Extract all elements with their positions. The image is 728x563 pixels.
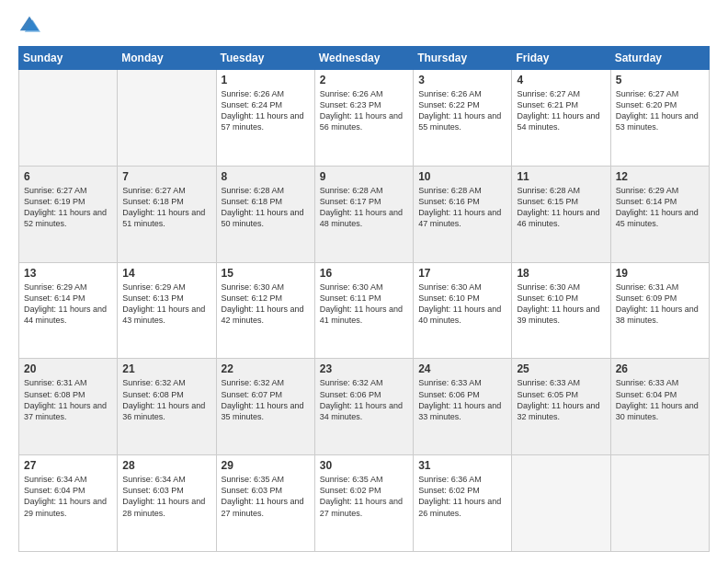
day-number: 13 — [24, 267, 112, 280]
cell-info: Sunrise: 6:29 AMSunset: 6:14 PMDaylight:… — [24, 282, 112, 327]
day-number: 7 — [122, 170, 210, 183]
day-cell-3: 3Sunrise: 6:26 AMSunset: 6:22 PMDaylight… — [414, 70, 512, 167]
cell-info: Sunrise: 6:28 AMSunset: 6:17 PMDaylight:… — [320, 185, 408, 230]
day-cell-6: 6Sunrise: 6:27 AMSunset: 6:19 PMDaylight… — [19, 166, 118, 262]
empty-cell — [512, 455, 610, 552]
calendar: SundayMondayTuesdayWednesdayThursdayFrid… — [18, 46, 710, 552]
cell-info: Sunrise: 6:30 AMSunset: 6:11 PMDaylight:… — [320, 282, 408, 327]
cell-info: Sunrise: 6:29 AMSunset: 6:13 PMDaylight:… — [122, 282, 210, 327]
day-number: 31 — [418, 459, 506, 472]
day-number: 6 — [24, 170, 112, 183]
cell-info: Sunrise: 6:34 AMSunset: 6:03 PMDaylight:… — [122, 474, 210, 519]
weekday-header-saturday: Saturday — [610, 47, 709, 70]
cell-info: Sunrise: 6:32 AMSunset: 6:08 PMDaylight:… — [122, 377, 210, 422]
day-number: 4 — [517, 74, 605, 86]
day-cell-25: 25Sunrise: 6:33 AMSunset: 6:05 PMDayligh… — [512, 359, 610, 455]
cell-info: Sunrise: 6:28 AMSunset: 6:18 PMDaylight:… — [222, 185, 310, 230]
logo — [18, 15, 44, 37]
day-number: 26 — [616, 362, 704, 375]
day-number: 29 — [222, 459, 310, 472]
day-number: 24 — [418, 362, 506, 375]
weekday-header-row: SundayMondayTuesdayWednesdayThursdayFrid… — [19, 47, 710, 70]
day-cell-13: 13Sunrise: 6:29 AMSunset: 6:14 PMDayligh… — [19, 262, 118, 359]
day-number: 22 — [222, 362, 310, 375]
cell-info: Sunrise: 6:26 AMSunset: 6:22 PMDaylight:… — [418, 88, 506, 133]
day-cell-31: 31Sunrise: 6:36 AMSunset: 6:02 PMDayligh… — [414, 455, 512, 552]
day-cell-4: 4Sunrise: 6:27 AMSunset: 6:21 PMDaylight… — [512, 70, 610, 167]
day-number: 3 — [418, 74, 506, 86]
day-cell-10: 10Sunrise: 6:28 AMSunset: 6:16 PMDayligh… — [414, 166, 512, 262]
cell-info: Sunrise: 6:30 AMSunset: 6:10 PMDaylight:… — [517, 282, 605, 327]
weekday-header-tuesday: Tuesday — [216, 47, 314, 70]
week-row-2: 6Sunrise: 6:27 AMSunset: 6:19 PMDaylight… — [19, 166, 710, 262]
day-number: 16 — [320, 267, 408, 280]
day-number: 15 — [222, 267, 310, 280]
weekday-header-friday: Friday — [512, 47, 610, 70]
cell-info: Sunrise: 6:27 AMSunset: 6:21 PMDaylight:… — [517, 88, 605, 133]
day-cell-12: 12Sunrise: 6:29 AMSunset: 6:14 PMDayligh… — [610, 166, 709, 262]
day-number: 25 — [517, 362, 605, 375]
day-cell-18: 18Sunrise: 6:30 AMSunset: 6:10 PMDayligh… — [512, 262, 610, 359]
empty-cell — [19, 70, 118, 167]
empty-cell — [610, 455, 709, 552]
day-cell-24: 24Sunrise: 6:33 AMSunset: 6:06 PMDayligh… — [414, 359, 512, 455]
day-number: 8 — [222, 170, 310, 183]
day-cell-11: 11Sunrise: 6:28 AMSunset: 6:15 PMDayligh… — [512, 166, 610, 262]
cell-info: Sunrise: 6:30 AMSunset: 6:12 PMDaylight:… — [222, 282, 310, 327]
day-cell-9: 9Sunrise: 6:28 AMSunset: 6:17 PMDaylight… — [314, 166, 413, 262]
cell-info: Sunrise: 6:27 AMSunset: 6:18 PMDaylight:… — [122, 185, 210, 230]
cell-info: Sunrise: 6:27 AMSunset: 6:19 PMDaylight:… — [24, 185, 112, 230]
day-number: 17 — [418, 267, 506, 280]
day-number: 5 — [616, 74, 704, 86]
week-row-5: 27Sunrise: 6:34 AMSunset: 6:04 PMDayligh… — [19, 455, 710, 552]
empty-cell — [118, 70, 216, 167]
day-cell-20: 20Sunrise: 6:31 AMSunset: 6:08 PMDayligh… — [19, 359, 118, 455]
day-number: 28 — [122, 459, 210, 472]
cell-info: Sunrise: 6:32 AMSunset: 6:07 PMDaylight:… — [222, 377, 310, 422]
day-number: 18 — [517, 267, 605, 280]
cell-info: Sunrise: 6:27 AMSunset: 6:20 PMDaylight:… — [616, 88, 704, 133]
day-number: 19 — [616, 267, 704, 280]
cell-info: Sunrise: 6:32 AMSunset: 6:06 PMDaylight:… — [320, 377, 408, 422]
cell-info: Sunrise: 6:28 AMSunset: 6:16 PMDaylight:… — [418, 185, 506, 230]
day-cell-30: 30Sunrise: 6:35 AMSunset: 6:02 PMDayligh… — [314, 455, 413, 552]
cell-info: Sunrise: 6:35 AMSunset: 6:02 PMDaylight:… — [320, 474, 408, 519]
day-cell-15: 15Sunrise: 6:30 AMSunset: 6:12 PMDayligh… — [216, 262, 314, 359]
logo-icon — [18, 15, 40, 37]
week-row-3: 13Sunrise: 6:29 AMSunset: 6:14 PMDayligh… — [19, 262, 710, 359]
day-number: 10 — [418, 170, 506, 183]
day-cell-7: 7Sunrise: 6:27 AMSunset: 6:18 PMDaylight… — [118, 166, 216, 262]
day-number: 9 — [320, 170, 408, 183]
day-number: 21 — [122, 362, 210, 375]
day-cell-26: 26Sunrise: 6:33 AMSunset: 6:04 PMDayligh… — [610, 359, 709, 455]
cell-info: Sunrise: 6:35 AMSunset: 6:03 PMDaylight:… — [222, 474, 310, 519]
cell-info: Sunrise: 6:29 AMSunset: 6:14 PMDaylight:… — [616, 185, 704, 230]
day-cell-27: 27Sunrise: 6:34 AMSunset: 6:04 PMDayligh… — [19, 455, 118, 552]
cell-info: Sunrise: 6:34 AMSunset: 6:04 PMDaylight:… — [24, 474, 112, 519]
day-number: 12 — [616, 170, 704, 183]
day-cell-21: 21Sunrise: 6:32 AMSunset: 6:08 PMDayligh… — [118, 359, 216, 455]
cell-info: Sunrise: 6:26 AMSunset: 6:23 PMDaylight:… — [320, 88, 408, 133]
day-number: 2 — [320, 74, 408, 86]
day-cell-19: 19Sunrise: 6:31 AMSunset: 6:09 PMDayligh… — [610, 262, 709, 359]
day-cell-17: 17Sunrise: 6:30 AMSunset: 6:10 PMDayligh… — [414, 262, 512, 359]
day-cell-28: 28Sunrise: 6:34 AMSunset: 6:03 PMDayligh… — [118, 455, 216, 552]
cell-info: Sunrise: 6:33 AMSunset: 6:05 PMDaylight:… — [517, 377, 605, 422]
day-number: 30 — [320, 459, 408, 472]
day-cell-1: 1Sunrise: 6:26 AMSunset: 6:24 PMDaylight… — [216, 70, 314, 167]
cell-info: Sunrise: 6:28 AMSunset: 6:15 PMDaylight:… — [517, 185, 605, 230]
cell-info: Sunrise: 6:31 AMSunset: 6:08 PMDaylight:… — [24, 377, 112, 422]
weekday-header-thursday: Thursday — [414, 47, 512, 70]
cell-info: Sunrise: 6:33 AMSunset: 6:04 PMDaylight:… — [616, 377, 704, 422]
day-number: 11 — [517, 170, 605, 183]
day-cell-2: 2Sunrise: 6:26 AMSunset: 6:23 PMDaylight… — [314, 70, 413, 167]
cell-info: Sunrise: 6:30 AMSunset: 6:10 PMDaylight:… — [418, 282, 506, 327]
day-cell-5: 5Sunrise: 6:27 AMSunset: 6:20 PMDaylight… — [610, 70, 709, 167]
day-cell-22: 22Sunrise: 6:32 AMSunset: 6:07 PMDayligh… — [216, 359, 314, 455]
day-number: 14 — [122, 267, 210, 280]
day-number: 23 — [320, 362, 408, 375]
day-number: 20 — [24, 362, 112, 375]
cell-info: Sunrise: 6:31 AMSunset: 6:09 PMDaylight:… — [616, 282, 704, 327]
week-row-4: 20Sunrise: 6:31 AMSunset: 6:08 PMDayligh… — [19, 359, 710, 455]
cell-info: Sunrise: 6:33 AMSunset: 6:06 PMDaylight:… — [418, 377, 506, 422]
